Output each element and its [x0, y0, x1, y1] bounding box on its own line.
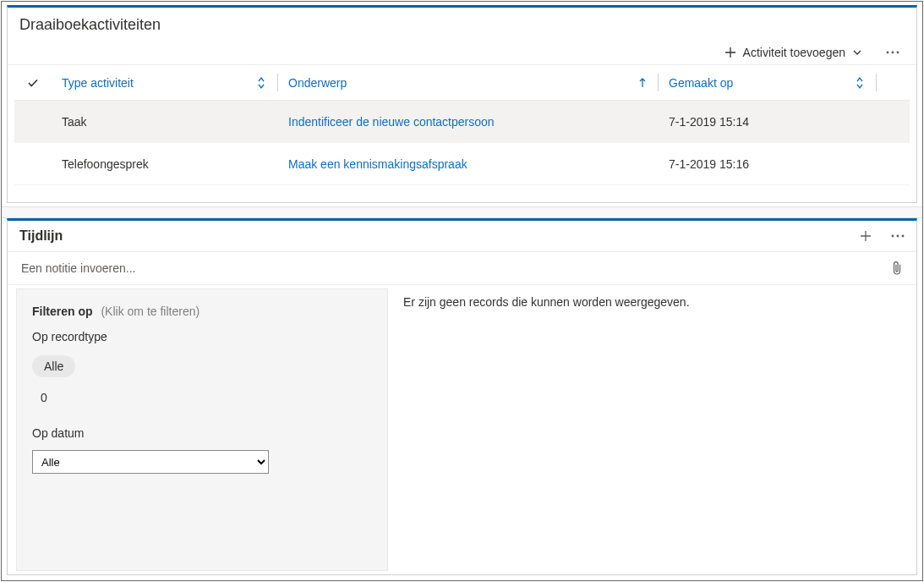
plus-icon [724, 47, 736, 58]
activities-panel: Draaiboekactiviteiten Activiteit toevoeg… [7, 5, 917, 203]
timeline-actions [856, 226, 908, 246]
activities-grid: Type activiteit Onderwerp Gemaakt op [8, 65, 916, 202]
cell-subject-link[interactable]: Indentificeer de nieuwe contactpersoon [278, 115, 659, 129]
timeline-empty-message: Er zijn geen records die kunnen worden w… [388, 285, 690, 574]
attachment-icon[interactable] [889, 259, 905, 277]
filter-hint[interactable]: (Klik om te filteren) [101, 305, 200, 318]
table-row[interactable]: Telefoongesprek Maak een kennismakingsaf… [14, 143, 910, 185]
note-entry-bar [8, 252, 916, 285]
column-created-label: Gemaakt op [669, 76, 733, 90]
svg-point-0 [887, 52, 889, 54]
filter-title: Filteren op (Klik om te filteren) [32, 305, 372, 318]
cell-type: Taak [52, 115, 278, 129]
filter-chip-all[interactable]: Alle [32, 355, 75, 377]
activities-title: Draaiboekactiviteiten [8, 8, 916, 39]
filter-recordtype-label: Op recordtype [32, 330, 372, 343]
filter-date-select[interactable]: Alle [32, 450, 269, 474]
svg-point-4 [897, 235, 899, 238]
filter-pane: Filteren op (Klik om te filteren) Op rec… [16, 288, 388, 571]
add-activity-button[interactable]: Activiteit toevoegen [718, 42, 869, 63]
timeline-add-button[interactable] [856, 226, 876, 246]
timeline-panel: Tijdlijn Filteren op (Klik om te filtere [7, 218, 917, 575]
filter-date-label: Op datum [32, 426, 372, 440]
column-type-label: Type activiteit [62, 76, 134, 90]
add-activity-label: Activiteit toevoegen [743, 46, 845, 59]
timeline-body: Filteren op (Klik om te filteren) Op rec… [8, 285, 916, 574]
column-created[interactable]: Gemaakt op [659, 65, 877, 100]
column-type[interactable]: Type activiteit [52, 65, 278, 100]
timeline-more-button[interactable] [888, 231, 908, 241]
activities-toolbar: Activiteit toevoegen [8, 39, 916, 65]
sort-asc-icon[interactable] [637, 77, 648, 89]
svg-point-1 [892, 52, 894, 54]
svg-point-5 [902, 235, 905, 238]
timeline-title: Tijdlijn [19, 228, 63, 244]
column-subject[interactable]: Onderwerp [278, 65, 659, 100]
sort-both-icon[interactable] [254, 76, 268, 90]
chevron-down-icon [852, 47, 862, 58]
cell-created: 7-1-2019 15:16 [659, 157, 877, 171]
cell-type: Telefoongesprek [52, 157, 278, 171]
select-all-column[interactable] [14, 76, 52, 90]
cell-created: 7-1-2019 15:14 [659, 115, 877, 129]
filter-count: 0 [32, 391, 372, 404]
svg-point-2 [897, 52, 899, 54]
note-input[interactable] [19, 261, 889, 276]
activities-more-button[interactable] [881, 47, 905, 58]
filter-title-text: Filteren op [32, 305, 93, 318]
sort-both-icon[interactable] [853, 76, 867, 90]
checkmark-icon [26, 76, 40, 90]
svg-point-3 [892, 235, 894, 238]
panel-gap [2, 206, 922, 218]
cell-subject-link[interactable]: Maak een kennismakingsafspraak [278, 157, 659, 171]
table-row[interactable]: Taak Indentificeer de nieuwe contactpers… [14, 101, 910, 143]
grid-header: Type activiteit Onderwerp Gemaakt op [14, 65, 910, 101]
column-subject-label: Onderwerp [288, 76, 347, 90]
timeline-header: Tijdlijn [8, 221, 916, 252]
